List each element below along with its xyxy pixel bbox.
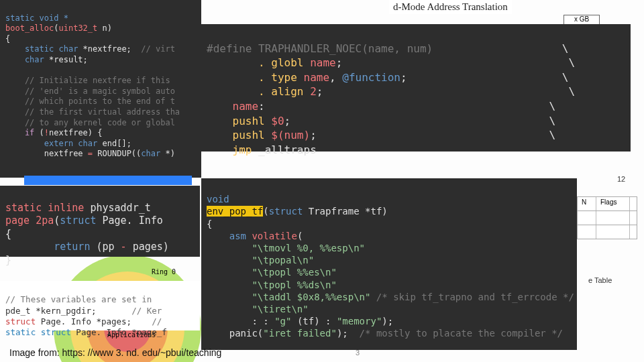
e-table-label: e Table xyxy=(588,276,612,284)
image-credit: Image from: https: //www 3. nd. edu/~pbu… xyxy=(9,347,221,358)
blue-bar xyxy=(24,176,192,185)
col-flags: Flags xyxy=(596,197,630,210)
diagram-title-text: d-Mode Address Translation xyxy=(389,0,512,14)
code-env-pop-tf: void env_pop_tf(struct Trapframe *tf) { … xyxy=(201,178,577,350)
code-page2pa: static inline physaddr_t page 2pa(struct… xyxy=(0,186,200,257)
page-number: 3 xyxy=(356,349,360,357)
code-traphandler: #define TRAPHANDLER_NOEC(name, num) \ . … xyxy=(201,24,631,152)
ring0-label: Ring 0 xyxy=(152,268,176,276)
flags-empty-row1 xyxy=(577,210,637,225)
flags-header-row: N Flags xyxy=(577,196,637,211)
flags-empty-row2 xyxy=(577,225,637,239)
col-n: N xyxy=(578,197,596,210)
twelve-label: 12 xyxy=(617,175,625,183)
code-boot-alloc: static void * boot_alloc(uint32_t n) { s… xyxy=(0,0,201,178)
code-vars: // These variables are set in pde_t *ker… xyxy=(0,281,200,330)
